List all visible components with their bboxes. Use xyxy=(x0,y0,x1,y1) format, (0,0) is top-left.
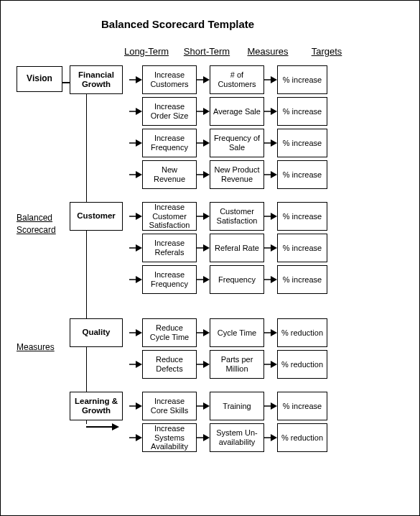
col-header-targets: Targets xyxy=(302,46,352,61)
page: Balanced Scorecard Template Long-Term Sh… xyxy=(0,0,420,516)
target-box: % increase xyxy=(277,65,327,94)
side-label-scorecard: Scorecard xyxy=(17,225,56,235)
arrow-icon xyxy=(197,139,210,147)
side-label-measures: Measures xyxy=(17,342,55,352)
arrow-icon xyxy=(264,139,277,147)
svg-marker-55 xyxy=(203,361,210,368)
measure-box: Frequency of Sale xyxy=(210,129,264,157)
measure-box: Referal Rate xyxy=(210,234,264,262)
diagram-row: Increase Systems AvailabilitySystem Un-a… xyxy=(129,423,327,452)
measure-box: # of Customers xyxy=(210,65,264,94)
svg-marker-53 xyxy=(136,361,142,368)
diagram-row: Reduce DefectsParts per Million% reducti… xyxy=(129,350,327,379)
col-header-longterm: Long-Term xyxy=(120,46,173,61)
svg-marker-29 xyxy=(136,213,142,220)
measure-box: New Product Revenue xyxy=(210,160,264,189)
svg-marker-51 xyxy=(271,329,277,336)
arrow-icon xyxy=(129,171,142,178)
long-term-box: Learning & Growth xyxy=(70,392,123,420)
sections-container: Financial GrowthIncrease Customers# of C… xyxy=(17,65,403,455)
svg-marker-59 xyxy=(136,402,142,410)
svg-marker-9 xyxy=(271,76,277,83)
target-box: % reduction xyxy=(277,423,327,452)
arrow-icon xyxy=(264,402,277,410)
target-box: % increase xyxy=(277,160,327,189)
arrow-icon xyxy=(129,402,142,410)
rows-column: Increase Customers# of Customers% increa… xyxy=(129,65,327,192)
rows-column: Increase Core SkillsTraining% increaseIn… xyxy=(129,392,327,455)
long-term-column: Quality xyxy=(70,318,123,382)
svg-marker-61 xyxy=(203,402,210,410)
measure-box: Cycle Time xyxy=(210,318,264,347)
long-term-box: Financial Growth xyxy=(70,65,123,94)
diagram-row: Increase Customer SatisfactionCustomer S… xyxy=(129,202,327,231)
col-header-shortterm: Short-Term xyxy=(179,46,234,61)
svg-marker-19 xyxy=(203,139,210,147)
diagram-title: Balanced Scorecard Template xyxy=(101,18,403,30)
short-term-box: Increase Systems Availability xyxy=(142,423,197,452)
arrow-icon xyxy=(264,276,277,283)
arrow-icon xyxy=(129,329,142,336)
short-term-box: New Revenue xyxy=(142,160,197,189)
svg-marker-63 xyxy=(271,402,277,410)
measure-box: Parts per Million xyxy=(210,350,264,379)
svg-marker-43 xyxy=(203,276,210,283)
short-term-box: Increase Customers xyxy=(142,65,197,94)
arrow-icon xyxy=(264,434,277,441)
svg-marker-25 xyxy=(203,171,210,178)
arrow-icon xyxy=(129,244,142,252)
arrow-icon xyxy=(264,213,277,220)
svg-marker-69 xyxy=(271,434,277,441)
svg-marker-15 xyxy=(271,108,277,115)
svg-marker-39 xyxy=(271,244,277,252)
rows-column: Increase Customer SatisfactionCustomer S… xyxy=(129,202,327,297)
diagram-row: Increase Customers# of Customers% increa… xyxy=(129,65,327,94)
short-term-box: Increase Frequency xyxy=(142,129,197,157)
svg-marker-17 xyxy=(136,139,142,147)
vision-box: Vision xyxy=(17,66,62,92)
short-term-box: Increase Order Size xyxy=(142,97,197,126)
diagram-row: Increase FrequencyFrequency% increase xyxy=(129,265,327,294)
arrow-icon xyxy=(129,213,142,220)
svg-marker-41 xyxy=(136,276,142,283)
target-box: % reduction xyxy=(277,318,327,347)
rows-column: Reduce Cycle TimeCycle Time% reductionRe… xyxy=(129,318,327,382)
arrow-icon xyxy=(197,171,210,178)
arrow-icon xyxy=(129,76,142,83)
short-term-box: Reduce Cycle Time xyxy=(142,318,197,347)
measure-box: Training xyxy=(210,392,264,420)
diagram-row: Increase Order SizeAverage Sale% increas… xyxy=(129,97,327,126)
arrow-icon xyxy=(197,76,210,83)
short-term-box: Increase Referals xyxy=(142,234,197,262)
target-box: % increase xyxy=(277,97,327,126)
short-term-box: Increase Customer Satisfaction xyxy=(142,202,197,231)
svg-marker-35 xyxy=(136,244,142,252)
section: Learning & GrowthIncrease Core SkillsTra… xyxy=(17,392,403,455)
diagram-row: New RevenueNew Product Revenue% increase xyxy=(129,160,327,189)
arrow-icon xyxy=(197,213,210,220)
arrow-icon xyxy=(264,329,277,336)
measure-box: Customer Satisfaction xyxy=(210,202,264,231)
svg-marker-21 xyxy=(271,139,277,147)
arrow-icon xyxy=(197,276,210,283)
short-term-box: Increase Frequency xyxy=(142,265,197,294)
short-term-box: Increase Core Skills xyxy=(142,392,197,420)
target-box: % reduction xyxy=(277,350,327,379)
svg-marker-7 xyxy=(203,76,210,83)
target-box: % increase xyxy=(277,392,327,420)
arrow-icon xyxy=(197,329,210,336)
svg-marker-27 xyxy=(271,171,277,178)
arrow-icon xyxy=(129,434,142,441)
connector-vertical xyxy=(86,79,87,424)
measure-box: Average Sale xyxy=(210,97,264,126)
arrow-icon xyxy=(197,244,210,252)
arrow-icon xyxy=(129,276,142,283)
svg-marker-57 xyxy=(271,361,277,368)
connector-arrow xyxy=(86,423,119,430)
measure-box: System Un-availability xyxy=(210,423,264,452)
arrow-icon xyxy=(264,108,277,115)
arrow-icon xyxy=(264,361,277,368)
long-term-box: Quality xyxy=(70,318,123,347)
diagram-row: Increase FrequencyFrequency of Sale% inc… xyxy=(129,129,327,157)
svg-marker-11 xyxy=(136,108,142,115)
